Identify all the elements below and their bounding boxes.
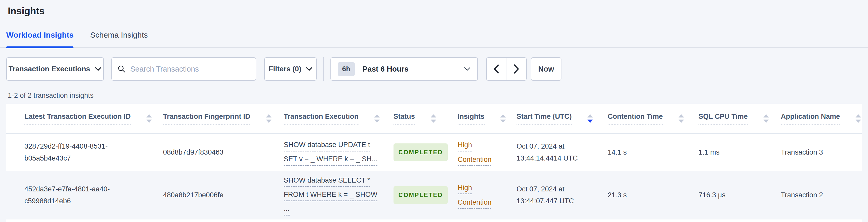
fingerprint-id-cell: 08d8b7d97f830463 xyxy=(163,133,284,171)
next-time-range-button[interactable] xyxy=(506,57,527,81)
column-header-contention-time[interactable]: Contention Time xyxy=(608,104,699,133)
chevron-down-icon xyxy=(464,67,471,71)
time-range-nav xyxy=(486,57,527,81)
execution-id-cell: 328729d2-ff19-4408-8531-b05a5b4e43c7 xyxy=(6,133,163,171)
status-cell: COMPLETED xyxy=(394,171,458,219)
status-cell: COMPLETED xyxy=(394,133,458,171)
tab-workload-insights[interactable]: Workload Insights xyxy=(6,31,73,47)
start-time-cell: Oct 07, 2024 at 13:44:14.4414 UTC xyxy=(517,133,608,171)
status-badge: COMPLETED xyxy=(394,144,448,161)
execution-type-label: Transaction Executions xyxy=(8,65,90,73)
insights-cell: High Contention xyxy=(458,171,517,219)
execution-type-dropdown[interactable]: Transaction Executions xyxy=(6,57,104,81)
previous-time-range-button[interactable] xyxy=(486,57,506,81)
start-time-cell: Oct 07, 2024 at 13:44:07.447 UTC xyxy=(517,171,608,219)
search-icon xyxy=(118,65,126,73)
toolbar-divider xyxy=(323,57,324,81)
search-box[interactable] xyxy=(111,57,256,81)
sql-cpu-time-cell: 716.3 µs xyxy=(699,171,781,219)
sort-icon xyxy=(679,115,684,123)
sort-icon xyxy=(374,115,380,123)
sort-icon xyxy=(266,115,272,123)
contention-time-cell: 14.1 s xyxy=(608,133,699,171)
transaction-execution-cell: SHOW database UPDATE t SET v = _ WHERE k… xyxy=(284,133,394,171)
filters-label: Filters (0) xyxy=(269,65,301,73)
sort-icon xyxy=(500,115,506,123)
transaction-execution-cell: SHOW database SELECT * FROM t WHERE k = … xyxy=(284,171,394,219)
chevron-right-icon xyxy=(514,64,519,74)
time-range-badge: 6h xyxy=(338,62,355,76)
insights-table-card: Latest Transaction Execution ID Transact… xyxy=(6,104,862,222)
table-header-row: Latest Transaction Execution ID Transact… xyxy=(6,104,862,133)
high-contention-link[interactable]: High Contention xyxy=(458,181,499,210)
transaction-statement-link[interactable]: ... xyxy=(284,203,290,216)
search-input[interactable] xyxy=(130,65,250,73)
execution-id-cell: 452da3e7-e7fa-4801-aa40-c59988d14eb6 xyxy=(6,171,163,219)
application-name-cell: Transaction 3 xyxy=(781,133,862,171)
transaction-statement-link[interactable]: SHOW database UPDATE t xyxy=(284,139,370,152)
fingerprint-id-cell: 480a8b217be006fe xyxy=(163,171,284,219)
sort-icon xyxy=(431,115,436,123)
chevron-down-icon xyxy=(306,67,312,71)
transaction-statement-link[interactable]: SHOW database SELECT * xyxy=(284,174,370,187)
transaction-statement-link[interactable]: FROM t WHERE k = _ SHOW xyxy=(284,189,377,201)
results-count: 1-2 of 2 transaction insights xyxy=(8,92,868,100)
sort-icon xyxy=(764,115,769,123)
sql-cpu-time-cell: 1.1 ms xyxy=(699,133,781,171)
now-button[interactable]: Now xyxy=(531,57,561,81)
column-header-start-time[interactable]: Start Time (UTC) xyxy=(517,104,608,133)
column-header-transaction-fingerprint-id[interactable]: Transaction Fingerprint ID xyxy=(163,104,284,133)
column-header-application-name[interactable]: Application Name xyxy=(781,104,862,133)
chevron-down-icon xyxy=(95,67,101,71)
sort-icon xyxy=(856,115,861,123)
insights-cell: High Contention xyxy=(458,133,517,171)
tab-bar: Workload Insights Schema Insights xyxy=(0,31,868,48)
column-header-latest-transaction-execution-id[interactable]: Latest Transaction Execution ID xyxy=(6,104,163,133)
sort-icon xyxy=(146,115,152,123)
sort-icon-descending-active xyxy=(587,115,593,123)
column-header-transaction-execution[interactable]: Transaction Execution xyxy=(284,104,394,133)
table-row: 452da3e7-e7fa-4801-aa40-c59988d14eb6 480… xyxy=(6,171,862,219)
transaction-insights-table: Latest Transaction Execution ID Transact… xyxy=(6,104,862,219)
table-row: 328729d2-ff19-4408-8531-b05a5b4e43c7 08d… xyxy=(6,133,862,171)
time-range-picker[interactable]: 6h Past 6 Hours xyxy=(331,57,478,81)
transaction-statement-link[interactable]: SET v = _ WHERE k = _ SH... xyxy=(284,153,377,166)
toolbar: Transaction Executions Filters (0) 6h Pa… xyxy=(6,57,868,81)
application-name-cell: Transaction 2 xyxy=(781,171,862,219)
filters-dropdown[interactable]: Filters (0) xyxy=(264,57,317,81)
time-range-label: Past 6 Hours xyxy=(363,65,409,73)
tab-schema-insights[interactable]: Schema Insights xyxy=(90,31,148,47)
high-contention-link[interactable]: High Contention xyxy=(458,138,499,167)
column-header-sql-cpu-time[interactable]: SQL CPU Time xyxy=(699,104,781,133)
column-header-status[interactable]: Status xyxy=(394,104,458,133)
page-title: Insights xyxy=(0,0,868,17)
contention-time-cell: 21.3 s xyxy=(608,171,699,219)
chevron-left-icon xyxy=(493,64,499,74)
status-badge: COMPLETED xyxy=(394,186,448,204)
column-header-insights[interactable]: Insights xyxy=(458,104,517,133)
